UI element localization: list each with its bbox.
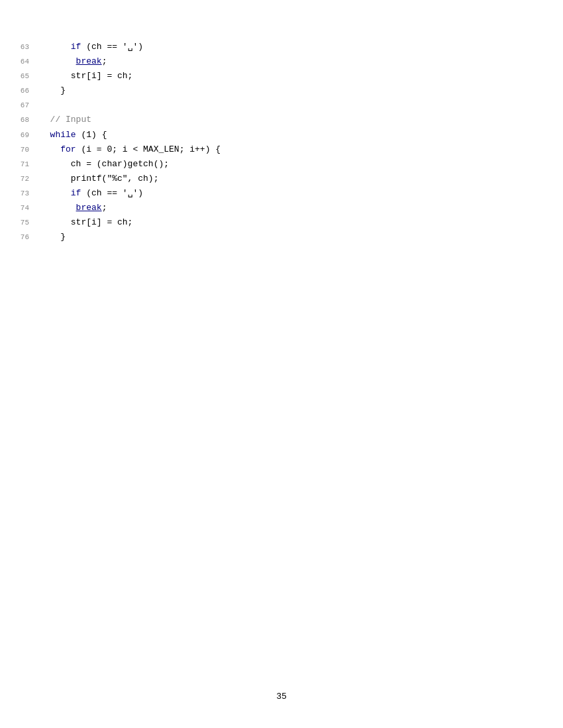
code-line-68: 68 // Input (0, 113, 563, 127)
line-number: 69 (0, 129, 40, 142)
code-line-74: 74 break; (0, 201, 563, 215)
line-number: 73 (0, 187, 40, 200)
code-line-75: 75 str[i] = ch; (0, 215, 563, 230)
line-content: ch = (char)getch(); (40, 157, 563, 172)
line-content: // Input (40, 113, 563, 127)
page-number: 35 (276, 692, 287, 702)
line-content: } (40, 83, 563, 98)
keyword-break: break (76, 203, 102, 213)
line-content: if (ch == '␣') (40, 40, 563, 54)
line-content: printf("%c", ch); (40, 172, 563, 186)
code-line-73: 73 if (ch == '␣') (0, 186, 563, 201)
line-content: str[i] = ch; (40, 215, 563, 230)
line-number: 75 (0, 217, 40, 229)
line-content: break; (40, 54, 563, 69)
line-number: 64 (0, 56, 40, 68)
keyword-break: break (76, 56, 102, 66)
keyword-if: if (71, 188, 81, 198)
line-content: } (40, 230, 563, 244)
line-number: 65 (0, 70, 40, 83)
code-line-69: 69 while (1) { (0, 128, 563, 142)
line-content: str[i] = ch; (40, 69, 563, 83)
code-line-63: 63 if (ch == '␣') (0, 40, 563, 54)
code-line-67: 67 (0, 98, 563, 113)
line-content: for (i = 0; i < MAX_LEN; i++) { (40, 142, 563, 157)
keyword-while: while (50, 130, 76, 140)
line-number: 72 (0, 173, 40, 185)
code-line-70: 70 for (i = 0; i < MAX_LEN; i++) { (0, 142, 563, 157)
line-content: if (ch == '␣') (40, 186, 563, 201)
keyword-for: for (60, 144, 76, 154)
keyword-if: if (71, 42, 81, 52)
code-line-71: 71 ch = (char)getch(); (0, 157, 563, 172)
code-line-65: 65 str[i] = ch; (0, 69, 563, 83)
code-line-66: 66 } (0, 83, 563, 98)
line-number: 71 (0, 158, 40, 171)
line-number: 67 (0, 99, 40, 112)
code-line-64: 64 break; (0, 54, 563, 69)
line-number: 68 (0, 114, 40, 127)
code-line-72: 72 printf("%c", ch); (0, 172, 563, 186)
code-block: 63 if (ch == '␣') 64 break; 65 str[i] = … (0, 0, 563, 284)
line-number: 66 (0, 85, 40, 97)
line-content: while (1) { (40, 128, 563, 142)
code-line-76: 76 } (0, 230, 563, 244)
line-content (40, 98, 563, 113)
line-number: 70 (0, 144, 40, 156)
comment: // Input (50, 115, 91, 125)
line-number: 63 (0, 41, 40, 54)
line-number: 74 (0, 202, 40, 215)
line-number: 76 (0, 231, 40, 244)
line-content: break; (40, 201, 563, 215)
